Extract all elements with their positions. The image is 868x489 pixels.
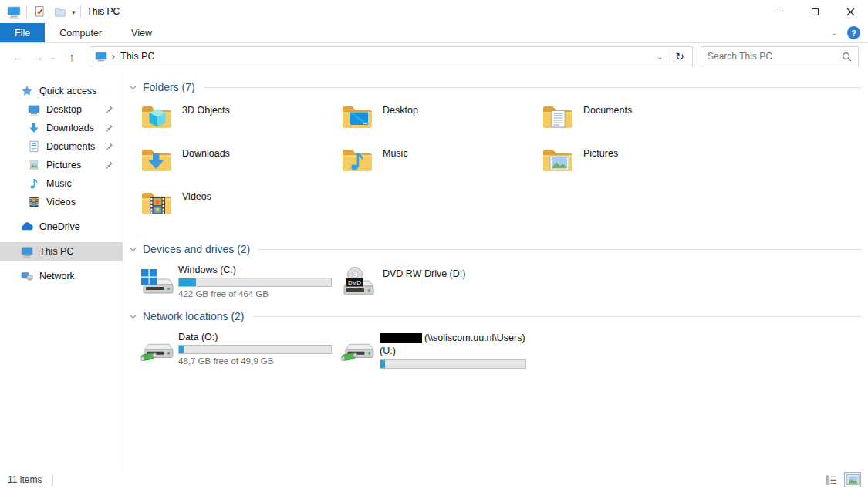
- drive-tile-dvd[interactable]: DVD DVD RW Drive (D:): [341, 265, 542, 298]
- section-header-folders[interactable]: Folders (7): [129, 79, 862, 96]
- sidebar-item-videos[interactable]: Videos: [0, 193, 123, 211]
- item-count: 11 items: [8, 474, 42, 485]
- folder-tile-documents[interactable]: Documents: [542, 102, 742, 145]
- sidebar-item-pictures[interactable]: Pictures: [0, 156, 123, 174]
- properties-icon[interactable]: [32, 4, 47, 19]
- capacity-bar-fill: [380, 360, 385, 368]
- sidebar-item-quick-access[interactable]: Quick access: [0, 82, 123, 100]
- sidebar-item-music[interactable]: Music: [0, 174, 123, 193]
- dvd-drive-icon: DVD: [341, 266, 375, 297]
- minimize-icon: [775, 12, 783, 12]
- collapse-chevron-icon: [129, 312, 137, 321]
- network-drive-tile-users-u[interactable]: (\\soliscom.uu.nl\Users) (U:): [341, 332, 542, 369]
- breadcrumb-separator-icon: ›: [112, 51, 115, 62]
- status-bar: 11 items: [0, 470, 868, 489]
- help-icon[interactable]: ?: [847, 26, 860, 39]
- capacity-bar-fill: [179, 346, 184, 353]
- status-divider: [52, 474, 53, 486]
- section-header-devices[interactable]: Devices and drives (2): [129, 241, 862, 258]
- section-header-network-locations[interactable]: Network locations (2): [129, 308, 862, 325]
- titlebar: ▾ This PC: [0, 0, 868, 23]
- minimize-button[interactable]: [762, 0, 797, 23]
- large-icons-view-button[interactable]: [845, 473, 860, 487]
- sidebar-item-downloads[interactable]: Downloads: [0, 119, 123, 137]
- svg-text:DVD: DVD: [348, 279, 361, 286]
- downloads-icon: [28, 122, 40, 134]
- music-icon: [28, 177, 40, 190]
- folder-3d-objects-icon: [140, 102, 171, 133]
- forward-icon[interactable]: →: [29, 48, 46, 65]
- toolbar-divider: [80, 5, 81, 18]
- network-drive-icon: [341, 333, 375, 364]
- expand-ribbon-chevron-icon[interactable]: ⌄: [831, 28, 838, 38]
- free-space-text: 422 GB free of 464 GB: [178, 289, 332, 298]
- drive-name-line1: (\\soliscom.uu.nl\Users): [380, 332, 526, 345]
- windows-c-drive-icon: [140, 266, 174, 297]
- address-bar[interactable]: › This PC ⌄ ↻: [90, 46, 693, 66]
- folder-documents-icon: [542, 102, 572, 133]
- capacity-bar: [178, 278, 332, 287]
- drive-name-line2: (U:): [380, 345, 526, 358]
- recent-locations-chevron-icon[interactable]: ⌄: [49, 52, 60, 61]
- sidebar-item-onedrive[interactable]: OneDrive: [0, 218, 123, 236]
- tab-computer[interactable]: Computer: [45, 23, 117, 42]
- folder-pictures-icon: [542, 145, 572, 176]
- sidebar-item-this-pc[interactable]: This PC: [0, 242, 123, 261]
- drive-name: Data (O:): [178, 332, 332, 342]
- this-pc-icon: [21, 245, 33, 258]
- pin-icon[interactable]: [104, 142, 113, 151]
- large-icons-view-icon: [846, 474, 860, 485]
- folder-tile-desktop[interactable]: Desktop: [341, 102, 542, 145]
- search-input[interactable]: [708, 51, 842, 62]
- folders-grid: 3D Objects Desktop Documents: [140, 102, 862, 231]
- redacted-username: [380, 333, 422, 343]
- folder-tile-videos[interactable]: Videos: [140, 188, 341, 231]
- documents-icon: [28, 140, 40, 153]
- tab-file[interactable]: File: [0, 23, 45, 42]
- network-drive-icon: [140, 333, 174, 364]
- collapse-chevron-icon: [129, 245, 137, 254]
- search-box[interactable]: [701, 46, 859, 66]
- drive-tile-windows-c[interactable]: Windows (C:) 422 GB free of 464 GB: [140, 265, 341, 298]
- drive-name: Windows (C:): [178, 265, 332, 275]
- free-space-text: 48,7 GB free of 49,9 GB: [178, 356, 332, 366]
- folder-tile-pictures[interactable]: Pictures: [542, 145, 742, 188]
- section-divider: [203, 87, 862, 88]
- sidebar-item-network[interactable]: Network: [0, 267, 123, 285]
- address-dropdown-chevron-icon[interactable]: ⌄: [650, 52, 669, 61]
- maximize-button[interactable]: [797, 0, 833, 23]
- folder-tile-3d-objects[interactable]: 3D Objects: [140, 102, 341, 145]
- folder-videos-icon: [140, 188, 171, 219]
- drive-name: DVD RW Drive (D:): [383, 268, 465, 279]
- this-pc-window-icon: [6, 4, 22, 19]
- details-view-button[interactable]: [823, 473, 839, 487]
- pictures-icon: [28, 159, 40, 171]
- folder-tile-downloads[interactable]: Downloads: [140, 145, 341, 188]
- quick-access-star-icon: [21, 85, 33, 97]
- section-divider: [258, 249, 862, 250]
- sidebar-item-documents[interactable]: Documents: [0, 137, 123, 156]
- network-drive-tile-data-o[interactable]: Data (O:) 48,7 GB free of 49,9 GB: [140, 332, 341, 369]
- back-icon[interactable]: ←: [9, 48, 26, 65]
- navigation-bar: ← → ⌄ ↑ › This PC ⌄ ↻: [0, 44, 868, 69]
- customize-toolbar-caret-icon[interactable]: ▾: [72, 8, 76, 16]
- network-icon: [21, 270, 33, 282]
- file-list-area: Folders (7) 3D Objects: [123, 69, 868, 470]
- navigation-pane: Quick access Desktop Downloads Documents: [0, 69, 123, 470]
- sidebar-item-desktop[interactable]: Desktop: [0, 100, 123, 119]
- capacity-bar: [178, 345, 332, 354]
- pin-icon[interactable]: [104, 123, 113, 133]
- up-icon[interactable]: ↑: [63, 48, 80, 65]
- tab-view[interactable]: View: [117, 23, 167, 42]
- folder-desktop-icon: [341, 102, 372, 133]
- new-folder-icon[interactable]: [52, 4, 67, 19]
- folder-tile-music[interactable]: Music: [341, 145, 542, 188]
- breadcrumb[interactable]: This PC: [120, 51, 154, 62]
- section-divider: [252, 316, 863, 317]
- pin-icon[interactable]: [104, 105, 113, 114]
- close-button[interactable]: [833, 0, 868, 23]
- videos-icon: [28, 196, 40, 208]
- refresh-icon[interactable]: ↻: [669, 50, 690, 62]
- breadcrumb-this-pc-icon: [95, 50, 107, 62]
- pin-icon[interactable]: [104, 160, 113, 170]
